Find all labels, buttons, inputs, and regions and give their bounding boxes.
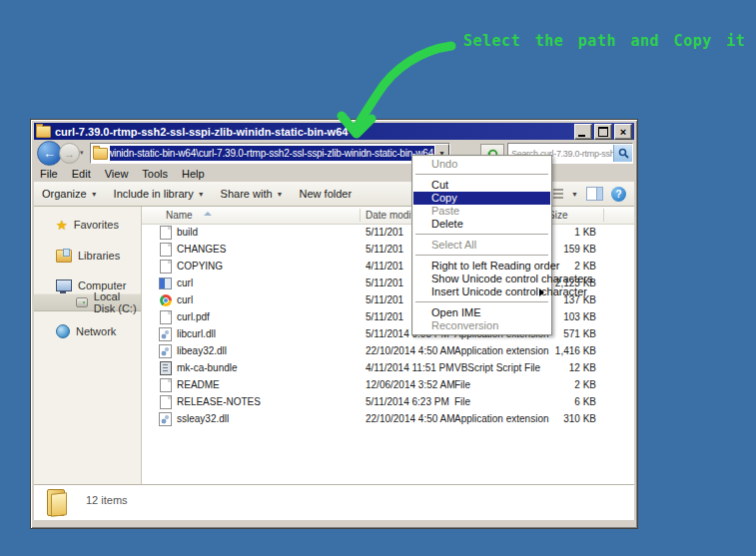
close-button[interactable]: × [614, 124, 632, 140]
minimize-button[interactable] [574, 124, 592, 140]
search-button[interactable] [613, 145, 632, 162]
menu-item-undo: Undo [413, 158, 550, 171]
file-name: build [177, 227, 198, 238]
menu-item-delete[interactable]: Delete [413, 218, 550, 231]
menu-edit[interactable]: Edit [72, 168, 91, 180]
libraries-icon [56, 250, 72, 263]
file-size: 571 KB [563, 328, 596, 339]
file-row-mk-ca-bundle[interactable]: mk-ca-bundle4/11/2014 11:51 PMVBScript S… [142, 359, 634, 376]
forward-button[interactable]: → [59, 143, 80, 164]
file-name: README [177, 379, 220, 390]
desktop: curl-7.39.0-rtmp-ssh2-ssl-sspi-zlib-wini… [0, 0, 756, 556]
sidebar-item-network[interactable]: Network [34, 323, 141, 339]
file-row-curl-pdf[interactable]: curl.pdf5/11/201103 KB [142, 308, 634, 325]
file-size: 1,416 KB [555, 345, 596, 356]
menu-file[interactable]: File [40, 168, 58, 180]
file-size: 12 KB [569, 362, 596, 373]
file-name: RELEASE-NOTES [177, 396, 261, 407]
window-controls: × [574, 124, 632, 140]
menu-help[interactable]: Help [182, 168, 205, 180]
organize-button[interactable]: Organize▼ [42, 188, 98, 200]
file-icon [160, 243, 172, 257]
column-headers: Name Date modified Type Size [142, 207, 634, 225]
chevron-down-icon: ▼ [277, 191, 284, 198]
share-with-button[interactable]: Share with▼ [221, 188, 284, 200]
history-chevron-icon[interactable]: ▾ [80, 149, 84, 157]
file-icon [160, 226, 172, 240]
file-type: VBScript Script File [454, 362, 540, 373]
menu-item-right-to-left-reading-order[interactable]: Right to left Reading order [413, 260, 550, 273]
address-selected-text[interactable]: -zlib-winidn-static-bin-w64\curl-7.39.0-… [110, 146, 434, 161]
file-name: mk-ca-bundle [177, 362, 238, 373]
file-size: 1 KB [574, 227, 596, 238]
chrome-icon [160, 294, 172, 306]
file-date: 5/11/201 [366, 227, 403, 238]
application-icon [159, 278, 172, 289]
menu-view[interactable]: View [105, 168, 129, 180]
menu-item-copy[interactable]: Copy [413, 192, 550, 205]
file-row-libcurl-dll[interactable]: libcurl.dll5/11/2014 9:05 PMApplication … [142, 325, 634, 342]
menu-item-open-ime[interactable]: Open IME [413, 306, 550, 319]
file-type: File [454, 396, 470, 407]
maximize-icon [598, 127, 608, 137]
file-size: 6 KB [574, 396, 596, 407]
close-icon: × [620, 127, 626, 137]
item-count: 12 items [86, 494, 128, 506]
file-date: 5/11/201 [366, 294, 403, 305]
folder-icon [36, 126, 51, 138]
file-icon [160, 310, 172, 324]
sidebar-item-libraries[interactable]: Libraries [34, 248, 141, 264]
file-row-build[interactable]: build5/11/2011 KB [142, 224, 634, 241]
maximize-button[interactable] [594, 124, 612, 140]
file-type: File [454, 379, 470, 390]
sort-ascending-icon [204, 212, 212, 216]
folder-icon [93, 148, 108, 160]
file-row-readme[interactable]: README12/06/2014 3:52 AMFile2 KB [142, 376, 634, 393]
details-pane: 12 items [34, 484, 634, 520]
menu-separator [415, 255, 548, 257]
menu-item-select-all: Select All [413, 239, 550, 252]
menu-item-insert-unicode-control-character[interactable]: Insert Unicode control character [413, 285, 550, 298]
file-date: 4/11/2014 11:51 PM [366, 362, 454, 373]
file-row-libeay32-dll[interactable]: libeay32.dll22/10/2014 4:50 AMApplicatio… [142, 342, 634, 359]
file-size: 2 KB [574, 379, 596, 390]
include-in-library-button[interactable]: Include in library▼ [114, 188, 205, 200]
menu-item-show-unicode-control-characters[interactable]: Show Unicode control characters [413, 273, 550, 285]
file-row-changes[interactable]: CHANGES5/11/201159 KB [142, 241, 634, 258]
file-list: Name Date modified Type Size build5/11/2… [142, 207, 634, 485]
menu-tools[interactable]: Tools [142, 168, 168, 180]
file-name: ssleay32.dll [177, 413, 229, 424]
column-header-name[interactable]: Name [166, 210, 193, 221]
new-folder-button[interactable]: New folder [300, 188, 353, 200]
menu-item-reconversion: Reconversion [413, 319, 550, 332]
sidebar-item-local-disk-c[interactable]: Local Disk (C:) [34, 293, 141, 311]
minimize-icon [578, 135, 585, 137]
network-icon [56, 324, 70, 338]
menu-item-cut[interactable]: Cut [413, 179, 550, 192]
file-name: CHANGES [177, 244, 226, 255]
file-size: 2 KB [574, 261, 596, 272]
search-icon [618, 148, 629, 159]
file-row-ssleay32-dll[interactable]: ssleay32.dll22/10/2014 4:50 AMApplicatio… [142, 410, 634, 427]
file-date: 5/11/201 [366, 278, 403, 288]
preview-pane-icon[interactable] [586, 187, 603, 201]
navigation-pane: ★ Favorites Libraries Computer Local Dis… [34, 207, 142, 485]
file-icon [160, 378, 172, 392]
annotation-text: Select the path and Copy it [463, 32, 745, 50]
file-row-release-notes[interactable]: RELEASE-NOTES5/11/2014 6:23 PMFile6 KB [142, 393, 634, 410]
file-date: 4/11/201 [366, 261, 403, 272]
menu-item-paste: Paste [413, 205, 550, 218]
help-icon[interactable]: ? [611, 187, 626, 202]
chevron-down-icon[interactable]: ▼ [571, 191, 578, 198]
file-type: Application extension [454, 345, 549, 356]
menu-separator [415, 234, 548, 236]
file-name: curl.pdf [177, 311, 210, 322]
file-size: 103 KB [563, 311, 596, 322]
dll-icon [159, 327, 172, 341]
sidebar-item-favorites[interactable]: ★ Favorites [34, 217, 141, 233]
folder-icon [47, 489, 70, 516]
address-bar[interactable]: -zlib-winidn-static-bin-w64\curl-7.39.0-… [90, 143, 450, 164]
title-bar[interactable]: curl-7.39.0-rtmp-ssh2-ssl-sspi-zlib-wini… [34, 123, 634, 140]
menu-separator [415, 301, 548, 303]
file-date: 5/11/201 [366, 311, 403, 322]
